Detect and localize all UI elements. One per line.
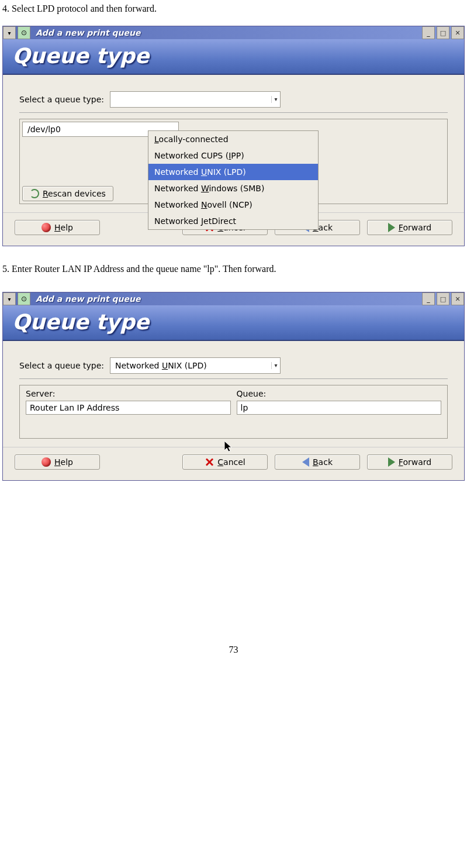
forward-button[interactable]: Forward [367, 454, 452, 470]
forward-button[interactable]: Forward [367, 220, 452, 235]
step-4-text: 4. Select LPD protocol and then forward. [2, 4, 467, 14]
titlebar[interactable]: ▾ ⊙ Add a new print queue _ □ ✕ [3, 26, 464, 39]
forward-label: Forward [399, 223, 431, 232]
queue-type-option[interactable]: Networked Novell (NCP) [148, 197, 318, 213]
server-queue-panel: Server: Queue: [19, 385, 448, 439]
queue-type-label: Select a queue type: [19, 95, 104, 104]
window-menu-button[interactable]: ▾ [3, 292, 16, 305]
window-menu-button[interactable]: ▾ [3, 26, 16, 39]
back-label: Back [313, 457, 333, 467]
window-title: Add a new print queue [32, 26, 420, 39]
queue-type-option[interactable]: Networked JetDirect [148, 213, 318, 229]
rescan-label: Rescan devices [43, 189, 106, 198]
forward-icon [388, 223, 395, 232]
cancel-button[interactable]: Cancel [182, 454, 268, 470]
separator [19, 112, 448, 113]
separator [19, 378, 448, 379]
maximize-button[interactable]: □ [437, 292, 449, 305]
server-label: Server: [26, 389, 231, 398]
help-button[interactable]: Help [15, 220, 100, 235]
queue-type-option[interactable]: Locally-connected [148, 131, 318, 147]
queue-type-dropdown[interactable]: Locally-connectedNetworked CUPS (IPP)Net… [148, 130, 319, 230]
help-label: Help [54, 223, 73, 232]
queue-type-combo[interactable]: ▾ [110, 91, 281, 108]
queue-input[interactable] [237, 401, 442, 415]
close-button[interactable]: ✕ [451, 292, 464, 305]
forward-icon [388, 457, 395, 467]
queue-type-label: Select a queue type: [19, 361, 104, 370]
close-button[interactable]: ✕ [451, 26, 464, 39]
help-label: Help [54, 457, 73, 467]
server-input[interactable] [26, 401, 231, 415]
rescan-devices-button[interactable]: Rescan devices [22, 186, 113, 201]
back-icon [302, 457, 309, 467]
cancel-label: Cancel [217, 457, 245, 467]
cancel-icon [205, 457, 214, 467]
titlebar[interactable]: ▾ ⊙ Add a new print queue _ □ ✕ [3, 292, 464, 305]
maximize-button[interactable]: □ [437, 26, 449, 39]
combo-text: Networked UNIX (LPD) [110, 361, 271, 370]
chevron-down-icon[interactable]: ▾ [271, 362, 280, 369]
pin-button[interactable]: ⊙ [18, 26, 30, 39]
queue-type-combo[interactable]: Networked UNIX (LPD) ▾ [110, 357, 281, 374]
queue-type-option[interactable]: Networked Windows (SMB) [148, 180, 318, 197]
queue-type-option[interactable]: Networked UNIX (LPD) [148, 164, 318, 180]
dialog-add-print-queue-2: ▾ ⊙ Add a new print queue _ □ ✕ Queue ty… [2, 292, 465, 481]
minimize-button[interactable]: _ [422, 292, 435, 305]
dialog-add-print-queue-1: ▾ ⊙ Add a new print queue _ □ ✕ Queue ty… [2, 26, 465, 246]
help-icon [41, 223, 51, 232]
queue-label: Queue: [237, 389, 442, 398]
forward-label: Forward [399, 457, 431, 467]
minimize-button[interactable]: _ [422, 26, 435, 39]
page-title: Queue type [3, 305, 464, 341]
help-button[interactable]: Help [15, 454, 100, 470]
page-number: 73 [0, 645, 467, 655]
window-title: Add a new print queue [32, 292, 420, 305]
step-5-text: 5. Enter Router LAN IP Address and the q… [2, 264, 467, 274]
refresh-icon [30, 189, 39, 198]
page-title: Queue type [3, 39, 464, 75]
queue-type-option[interactable]: Networked CUPS (IPP) [148, 147, 318, 164]
pin-button[interactable]: ⊙ [18, 292, 30, 305]
chevron-down-icon[interactable]: ▾ [271, 96, 280, 103]
help-icon [41, 457, 51, 467]
back-button[interactable]: Back [275, 454, 360, 470]
